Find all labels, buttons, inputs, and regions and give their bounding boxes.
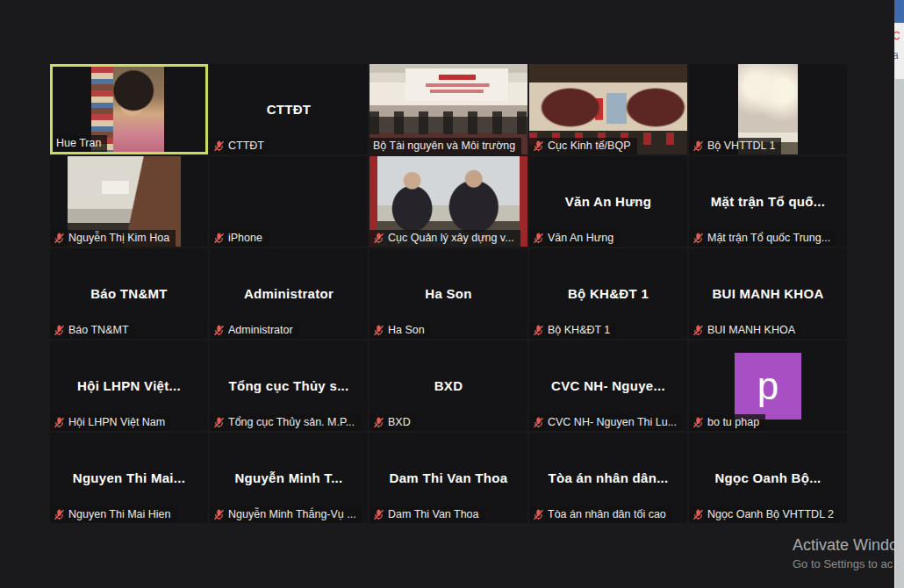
- name-label: Nguyễn Thị Kim Hoa: [50, 230, 176, 247]
- name-label-text: CTTĐT: [228, 140, 264, 152]
- muted-mic-icon: [213, 233, 225, 244]
- muted-mic-icon: [54, 233, 65, 244]
- muted-mic-icon: [533, 140, 544, 152]
- name-label-text: Cục Kinh tế/BQP: [548, 140, 631, 152]
- participant-tile[interactable]: Tổng cục Thủy s... Tổng cục Thủy sản. M.…: [210, 341, 368, 431]
- participant-tile[interactable]: p bo tu phap: [689, 341, 847, 431]
- name-label-text: BUI MANH KHOA: [707, 324, 795, 336]
- name-label: Ha Son: [369, 322, 431, 339]
- name-label-text: BXD: [388, 416, 411, 428]
- name-label-text: Bộ KH&ĐT 1: [548, 324, 610, 336]
- name-label-text: Dam Thi Van Thoa: [388, 508, 479, 520]
- muted-mic-icon: [373, 417, 384, 428]
- participant-tile[interactable]: Nguyễn Minh T... Nguyễn Minh Thắng-Vụ ..…: [210, 433, 368, 523]
- participant-grid: Hue Tran CTTĐT CTTĐT: [50, 64, 847, 523]
- name-label-text: Hue Tran: [56, 137, 101, 149]
- name-label: CTTĐT: [210, 138, 270, 154]
- participant-tile[interactable]: Hue Tran: [50, 64, 208, 154]
- name-label: bo tu phap: [689, 414, 765, 431]
- name-label: Hội LHPN Việt Nam: [50, 414, 171, 431]
- muted-mic-icon: [213, 417, 225, 428]
- name-label: Hue Tran: [53, 135, 107, 152]
- muted-mic-icon: [213, 509, 225, 520]
- name-label-text: Nguyễn Thị Kim Hoa: [68, 232, 169, 244]
- participant-tile[interactable]: CVC NH- Nguye... CVC NH- Nguyen Thi Lu..…: [529, 341, 687, 431]
- name-label-text: Ngọc Oanh Bộ VHTTDL 2: [707, 508, 834, 520]
- muted-mic-icon: [373, 233, 384, 244]
- participant-tile[interactable]: Mặt trận Tổ quố... Mặt trận Tổ quốc Trun…: [689, 156, 847, 247]
- participant-tile[interactable]: Hội LHPN Việt... Hội LHPN Việt Nam: [50, 341, 208, 431]
- participant-tile[interactable]: Nguyễn Thị Kim Hoa: [50, 156, 208, 247]
- participant-tile[interactable]: iPhone: [210, 156, 368, 247]
- background-window-scrollbar[interactable]: [894, 79, 904, 588]
- partial-glyph: C: [894, 30, 900, 42]
- participant-tile[interactable]: BXD BXD: [369, 341, 527, 431]
- muted-mic-icon: [373, 325, 384, 336]
- avatar: p: [735, 353, 801, 419]
- name-label: Tòa án nhân dân tối cao: [529, 506, 672, 523]
- name-label: Tổng cục Thủy sản. M.P...: [210, 414, 361, 431]
- participant-tile[interactable]: Cục Kinh tế/BQP: [529, 64, 687, 154]
- name-label-text: Ha Son: [388, 324, 425, 336]
- muted-mic-icon: [533, 417, 544, 428]
- name-label-text: bo tu phap: [707, 416, 759, 428]
- name-label-text: Nguyễn Minh Thắng-Vụ ...: [228, 508, 356, 520]
- name-label-text: Nguyen Thi Mai Hien: [68, 508, 171, 520]
- name-label-text: Cục Quản lý xây dựng v...: [388, 232, 514, 244]
- participant-tile[interactable]: Nguyen Thi Mai... Nguyen Thi Mai Hien: [50, 433, 208, 523]
- participant-tile[interactable]: Administrator Administrator: [210, 248, 368, 339]
- muted-mic-icon: [373, 509, 384, 520]
- name-label-text: iPhone: [228, 232, 262, 244]
- muted-mic-icon: [533, 509, 544, 520]
- muted-mic-icon: [213, 140, 225, 152]
- watermark-line2: Go to Settings to ac: [793, 557, 904, 570]
- name-label: Bộ VHTTDL 1: [689, 138, 781, 154]
- participant-tile[interactable]: Dam Thi Van Thoa Dam Thi Van Thoa: [369, 433, 527, 523]
- participant-tile[interactable]: Ngọc Oanh Bộ... Ngọc Oanh Bộ VHTTDL 2: [689, 433, 847, 523]
- muted-mic-icon: [692, 140, 704, 152]
- participant-tile[interactable]: Bộ Tài nguyên và Môi trường: [369, 64, 527, 154]
- name-label-text: Administrator: [228, 324, 293, 336]
- name-label: BUI MANH KHOA: [689, 322, 801, 339]
- name-label: Cục Quản lý xây dựng v...: [369, 230, 520, 247]
- name-label-text: Văn An Hưng: [548, 232, 613, 244]
- background-window-body: C a: [894, 23, 904, 79]
- participant-tile[interactable]: BUI MANH KHOA BUI MANH KHOA: [689, 248, 847, 339]
- muted-mic-icon: [533, 325, 544, 336]
- name-label-text: Mặt trận Tổ quốc Trung...: [707, 232, 830, 244]
- participant-tile[interactable]: CTTĐT CTTĐT: [210, 64, 368, 154]
- background-window-titlebar: [894, 0, 904, 23]
- participant-tile[interactable]: Ha Son Ha Son: [369, 248, 527, 339]
- name-label-text: Tòa án nhân dân tối cao: [548, 508, 666, 520]
- muted-mic-icon: [692, 325, 704, 336]
- name-label: Cục Kinh tế/BQP: [529, 138, 637, 154]
- name-label: iPhone: [210, 230, 269, 247]
- name-label-text: Bộ VHTTDL 1: [707, 140, 775, 152]
- muted-mic-icon: [533, 233, 544, 244]
- muted-mic-icon: [213, 325, 225, 336]
- muted-mic-icon: [54, 417, 65, 428]
- muted-mic-icon: [54, 325, 65, 336]
- name-label: Dam Thi Van Thoa: [369, 506, 485, 523]
- participant-tile[interactable]: Báo TN&MT Báo TN&MT: [50, 248, 208, 339]
- name-label: Báo TN&MT: [50, 322, 135, 339]
- watermark-line1: Activate Windo: [793, 536, 904, 555]
- participant-tile[interactable]: Cục Quản lý xây dựng v...: [369, 156, 527, 247]
- name-label: Nguyen Thi Mai Hien: [50, 506, 177, 523]
- name-label: Bộ KH&ĐT 1: [529, 322, 616, 339]
- name-label-text: Tổng cục Thủy sản. M.P...: [228, 416, 355, 428]
- name-label: CVC NH- Nguyen Thi Lu...: [529, 414, 683, 431]
- participant-tile[interactable]: Bộ VHTTDL 1: [689, 64, 847, 154]
- participant-tile[interactable]: Bộ KH&ĐT 1 Bộ KH&ĐT 1: [529, 248, 687, 339]
- muted-mic-icon: [692, 509, 704, 520]
- name-label: Bộ Tài nguyên và Môi trường: [369, 138, 521, 154]
- background-window-sliver: C a: [894, 0, 904, 588]
- partial-glyph: a: [894, 49, 899, 61]
- name-label: Ngọc Oanh Bộ VHTTDL 2: [689, 506, 840, 523]
- muted-mic-icon: [54, 509, 65, 520]
- participant-tile[interactable]: Văn An Hưng Văn An Hưng: [529, 156, 687, 247]
- name-label: Administrator: [210, 322, 299, 339]
- participant-tile[interactable]: Tòa án nhân dân... Tòa án nhân dân tối c…: [529, 433, 687, 523]
- muted-mic-icon: [692, 417, 704, 428]
- name-label-text: Hội LHPN Việt Nam: [68, 416, 165, 428]
